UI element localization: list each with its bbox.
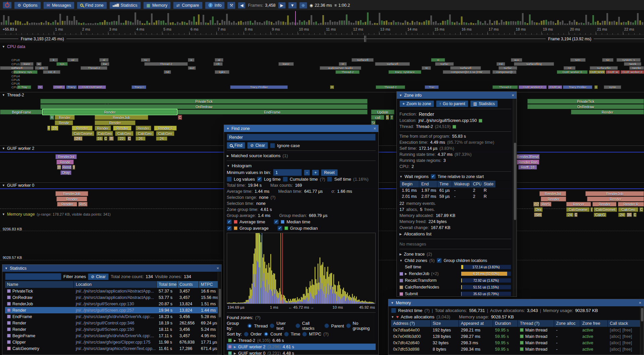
table-row[interactable]: PrivateTickjni/../jni/src/claw/applicati… [5, 288, 219, 294]
timeline-zone[interactable]: Rerff. 18 [518, 165, 537, 170]
timeline-zone[interactable]: CalcGeo [156, 131, 174, 136]
matched-source-locations[interactable]: ▶ Matched source locations (1) [227, 152, 376, 159]
scrollbar[interactable] [640, 307, 644, 355]
cpu-zone[interactable]: surfacefl [375, 62, 410, 66]
cpu-zone[interactable]: nd [164, 70, 171, 74]
cpu-zone[interactable]: V [38, 85, 43, 89]
timeline-zone[interactable]: 16 [627, 213, 632, 217]
collapse-icon[interactable]: ▼ [226, 127, 229, 130]
close-icon[interactable]: × [216, 266, 219, 271]
min-values-input[interactable]: 1 [273, 169, 302, 176]
timeline-zone[interactable]: Render F [154, 126, 177, 131]
relative-time-checkbox[interactable]: ✔ [431, 174, 436, 179]
scrollbar[interactable] [218, 272, 221, 355]
timeline-zone[interactable]: RerS [540, 202, 551, 207]
sort-by-radio-mtpc[interactable] [302, 332, 307, 337]
allocation-row[interactable]: 0x7e049b3d00128 bytes298.27 ms59.95 sMai… [391, 333, 641, 340]
cpu-zone[interactable]: surfacefl [450, 66, 481, 70]
table-row[interactable]: EndFramejni/../jni/src/claw/gfx/drv/vk/D… [5, 313, 219, 320]
reset-button[interactable]: Reset [321, 169, 337, 176]
timeline-zone[interactable]: T [390, 115, 393, 120]
timeline-zone[interactable]: 8 [109, 136, 114, 141]
compare-button[interactable]: ⇄Compare [173, 2, 202, 9]
find-zone-button[interactable]: Find zone [77, 2, 107, 9]
timeline-zone[interactable]: Render R [618, 202, 644, 207]
timeline-zone[interactable]: C [104, 136, 107, 141]
power-button[interactable] [3, 2, 12, 9]
clear-filter-button[interactable]: ⊘ Clear [88, 273, 109, 280]
timeline-zone[interactable]: Render [113, 126, 131, 131]
close-icon[interactable]: × [373, 126, 376, 131]
timeline-zone[interactable]: Render [136, 126, 151, 131]
column-header-counts[interactable]: Counts [177, 281, 199, 288]
timeline-zone[interactable]: Rende [56, 160, 74, 165]
cpu-zone[interactable]: al [215, 58, 223, 62]
table-row[interactable]: Clipperjni/../jni/src/claw/gfx/geo/Clipp… [5, 339, 219, 345]
close-icon[interactable]: × [512, 93, 514, 98]
statistics-button[interactable]: ▥Statistics [470, 100, 498, 107]
search-input[interactable]: Render [227, 134, 376, 141]
cpu-zone[interactable]: GUIF work [589, 70, 605, 74]
cpu-zone[interactable]: su [141, 58, 150, 62]
timeline-zone[interactable]: RenderJol [539, 191, 566, 196]
table-row[interactable]: BeginFramejni/../jni/src/claw/gfx/drv/vk… [5, 332, 219, 339]
cpu-zone[interactable]: lgiks [215, 70, 229, 74]
timeline-zone[interactable]: RenderJol [55, 154, 77, 159]
expand-icon[interactable]: ▶ [227, 154, 229, 158]
histogram-section-header[interactable]: ▼ Histogram [227, 163, 376, 169]
allocation-callstack[interactable]: [alloc][free] [608, 347, 641, 352]
options-button[interactable]: ⚙Options [14, 2, 41, 9]
memory-button[interactable]: ▦Memory [143, 2, 171, 9]
table-row[interactable]: OnRedrawjni/../jni/src/claw/application/… [5, 294, 219, 301]
allocation-callstack[interactable]: [alloc][free] [608, 328, 641, 332]
cpu-zone[interactable]: al [99, 58, 109, 62]
cpu-zone[interactable]: rwork [624, 62, 641, 66]
table-row[interactable]: Renderjni/../jni/src/guif/Screen.cpp:257… [5, 307, 219, 313]
timeline-zone[interactable]: EndFrame [177, 109, 368, 115]
cpu-zone[interactable]: kw [101, 62, 109, 66]
close-icon[interactable]: × [639, 300, 641, 305]
timeline-zone[interactable]: C [574, 213, 578, 217]
timeline-zone[interactable]: C [178, 115, 182, 120]
timeline-zone[interactable]: Render [95, 120, 136, 125]
cpu-zone[interactable]: surfaceflin [590, 66, 618, 70]
group-by-radio-call-stacks[interactable] [296, 323, 300, 328]
cpu-zone[interactable]: rol [496, 62, 505, 66]
timeline-zone[interactable]: Sel [534, 213, 542, 217]
timeline-zone[interactable]: RenderJRend [516, 154, 540, 159]
timeline-zone[interactable]: 24 [156, 136, 167, 141]
cpu-zone[interactable]: st [422, 66, 431, 70]
increment-button[interactable]: + [312, 170, 319, 176]
timeline-zone[interactable]: 24 [74, 136, 83, 141]
log-time-checkbox[interactable]: ✔ [257, 177, 262, 182]
group-by-radio-user-text[interactable] [270, 323, 274, 328]
timeline-zone[interactable]: Rend [62, 165, 72, 170]
child-zone-row[interactable]: RecalcTransform72.92 us (1.62%) [399, 277, 511, 284]
zoom-to-zone-button[interactable]: ⌖Zoom to zone [399, 100, 434, 107]
source-location[interactable]: jni/../jni/src/guif/Screen.cpp:150 [419, 118, 477, 123]
timeline-zone[interactable]: Render [56, 196, 87, 202]
scrollbar-thumb[interactable] [219, 289, 221, 317]
table-row[interactable]: Renderjni/../jni/src/guif/Screen.cpp:150… [5, 326, 219, 332]
active-allocations-header[interactable]: ▼ ♥ Active allocations (3,043) Memory us… [391, 314, 641, 320]
restrict-time-checkbox[interactable] [391, 308, 396, 313]
sort-by-radio-count[interactable] [264, 332, 268, 337]
allocation-column-zonefree[interactable]: Zone free [580, 320, 608, 327]
find-zone-titlebar[interactable]: ▼ Find zone × [224, 125, 378, 132]
collapse-icon[interactable]: ▼ [391, 301, 394, 305]
timeline-zone[interactable]: Render [541, 196, 566, 202]
cpu-zone[interactable]: GUIF worker 2 [519, 85, 547, 89]
zone-group-row[interactable]: ▶Thread-2(4,105)6.46 s [227, 337, 376, 344]
wait-column-time[interactable]: Time [437, 181, 452, 187]
timeline-zone[interactable]: Re5 [78, 202, 88, 207]
timeline-zone[interactable]: CalcGeo [115, 131, 133, 136]
cpu-zone[interactable]: kwoc [278, 62, 294, 66]
timeline-zone[interactable]: Render [95, 126, 111, 131]
allocation-row[interactable]: 0x7dfc53d8988 bytes298.34 ms59.95 sMain … [391, 346, 641, 352]
timeline-zone[interactable]: C [639, 207, 643, 212]
timeline-zone[interactable]: PrivateTick [40, 99, 368, 104]
timeline-zone[interactable]: CalcGeo [96, 131, 113, 136]
cpu-zone[interactable]: Tracy I [131, 85, 146, 89]
cpu-zone[interactable]: surfac [435, 62, 454, 66]
timeline-zone[interactable]: 26 [136, 136, 146, 141]
